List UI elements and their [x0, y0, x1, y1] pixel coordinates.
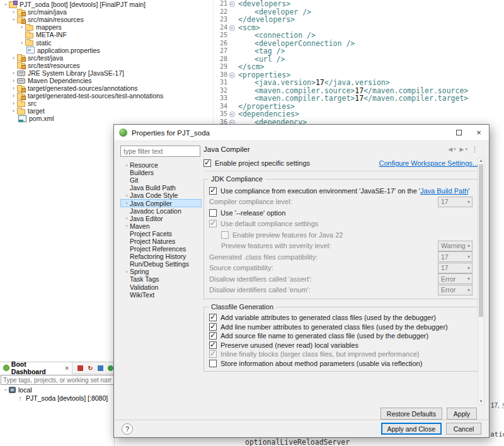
maximize-button[interactable]	[449, 125, 469, 140]
tab-boot-dashboard[interactable]: Boot Dashboard ×	[0, 362, 72, 374]
line-number: 35	[214, 110, 227, 118]
page-nav-icons: ◀▾ ▶▾ ⋮	[448, 146, 478, 154]
explorer-item[interactable]: ›Maven Dependencies	[0, 77, 213, 84]
scroll-down-icon[interactable]: ▾	[478, 399, 484, 404]
collapsed-arrow-icon[interactable]: ›	[10, 100, 17, 107]
back-menu-caret-icon[interactable]: ▾	[454, 147, 456, 152]
restart-icon[interactable]: ↻	[87, 365, 94, 372]
explorer-item[interactable]: META-INF	[0, 31, 213, 38]
close-button[interactable]: ×	[469, 125, 489, 140]
expanded-arrow-icon[interactable]: ›	[10, 16, 18, 23]
forward-menu-caret-icon[interactable]: ▾	[465, 147, 467, 152]
dashboard-item[interactable]: ›local	[0, 386, 114, 394]
explorer-item[interactable]: ›src/main/resources	[0, 16, 213, 23]
explorer-item[interactable]: ›JRE System Library [JavaSE-17]	[0, 69, 213, 77]
use-release-option-checkbox[interactable]	[209, 209, 217, 217]
nav-item-java-code-style[interactable]: ›Java Code Style	[120, 192, 202, 199]
classfile-option-checkbox[interactable]	[209, 314, 217, 321]
scrollbar-thumb[interactable]	[479, 164, 483, 317]
use-execution-environment-checkbox[interactable]	[209, 187, 217, 195]
collapsed-arrow-icon[interactable]: ›	[123, 193, 130, 198]
console-icon[interactable]	[97, 365, 104, 372]
nav-item-git[interactable]: Git	[120, 176, 202, 184]
explorer-item[interactable]: src/test/resources	[0, 62, 213, 69]
classfile-option-checkbox[interactable]	[209, 360, 217, 367]
collapsed-arrow-icon[interactable]: ›	[10, 54, 17, 62]
nav-item-project-natures[interactable]: Project Natures	[120, 237, 202, 245]
expanded-arrow-icon[interactable]: ›	[2, 386, 9, 393]
nav-item-project-facets[interactable]: Project Facets	[120, 230, 202, 237]
nav-item-wikitext[interactable]: WikiText	[120, 291, 202, 299]
collapsed-arrow-icon[interactable]: ›	[123, 163, 130, 168]
explorer-item[interactable]: ›target/generated-test-sources/test-anno…	[0, 92, 213, 100]
explorer-item[interactable]: ›src	[0, 100, 213, 107]
nav-item-javadoc-location[interactable]: Javadoc Location	[120, 207, 202, 215]
fold-spacer	[227, 47, 237, 55]
explorer-item[interactable]: pom.xml	[0, 115, 213, 122]
view-menu-icon[interactable]: ⋮	[471, 146, 478, 154]
collapsed-arrow-icon[interactable]: ›	[10, 8, 17, 16]
nav-item-java-compiler[interactable]: ›Java Compiler	[120, 199, 202, 207]
apply-and-close-button[interactable]: Apply and Close	[381, 423, 442, 435]
pom-xml-editor[interactable]: 21<developers>22<developer />23</develop…	[213, 0, 504, 125]
collapsed-arrow-icon[interactable]: ›	[10, 69, 17, 77]
nav-item-java-editor[interactable]: ›Java Editor	[120, 215, 202, 222]
help-button[interactable]: ?	[122, 423, 133, 435]
nav-item-project-references[interactable]: Project References	[120, 245, 202, 253]
fold-minus-icon[interactable]	[227, 0, 237, 8]
explorer-item[interactable]: ›static	[0, 38, 213, 46]
preference-filter-input[interactable]	[120, 146, 200, 157]
stop-icon[interactable]	[77, 365, 84, 372]
explorer-item[interactable]: application.properties	[0, 47, 213, 54]
back-arrow-icon[interactable]: ◀	[448, 146, 452, 152]
collapsed-arrow-icon[interactable]: ›	[123, 200, 130, 206]
fold-minus-icon[interactable]	[227, 71, 237, 79]
collapsed-arrow-icon[interactable]: ›	[10, 77, 17, 84]
dashboard-filter-input[interactable]	[1, 375, 114, 385]
dialog-scrollbar[interactable]: ▴ ▾	[478, 157, 484, 404]
nav-item-spring[interactable]: ›Spring	[120, 268, 202, 275]
collapsed-arrow-icon[interactable]: ›	[18, 23, 25, 31]
explorer-item[interactable]: ›PJT_soda [boot] [devtools] [FinalPJT ma…	[0, 1, 213, 8]
collapsed-arrow-icon[interactable]: ›	[123, 215, 130, 221]
fold-minus-icon[interactable]	[227, 110, 237, 118]
dialog-titlebar[interactable]: Properties for PJT_soda ×	[114, 125, 489, 141]
collapsed-arrow-icon[interactable]: ›	[10, 84, 17, 92]
explorer-item[interactable]: ›target/generated-sources/annotations	[0, 84, 213, 92]
cancel-button[interactable]: Cancel	[446, 423, 481, 435]
apply-button[interactable]: Apply	[447, 408, 477, 420]
nav-item-validation[interactable]: Validation	[120, 283, 202, 291]
classfile-option-checkbox[interactable]	[209, 332, 217, 340]
java-build-path-link[interactable]: Java Build Path	[420, 187, 468, 195]
restore-defaults-button[interactable]: Restore Defaults	[381, 408, 442, 420]
enable-project-settings-checkbox[interactable]	[203, 159, 211, 167]
fold-minus-icon[interactable]	[227, 24, 237, 32]
enable-project-settings-label: Enable project specific settings	[215, 159, 310, 167]
nav-item-refactoring-history[interactable]: Refactoring History	[120, 253, 202, 260]
classfile-option-checkbox[interactable]	[209, 323, 217, 331]
forward-arrow-icon[interactable]: ▶	[460, 146, 464, 152]
dashboard-item[interactable]: ↑PJT_soda [devtools] [:8080]	[0, 394, 114, 403]
nav-item-resource[interactable]: ›Resource	[120, 161, 202, 169]
collapsed-arrow-icon[interactable]: ›	[18, 39, 25, 47]
collapsed-arrow-icon[interactable]: ›	[123, 223, 130, 229]
collapsed-arrow-icon[interactable]: ›	[10, 92, 17, 100]
collapsed-arrow-icon[interactable]: ›	[123, 269, 130, 275]
tab-label: Boot Dashboard	[11, 360, 62, 375]
nav-item-run-debug-settings[interactable]: Run/Debug Settings	[120, 260, 202, 268]
explorer-item[interactable]: ›src/main/java	[0, 8, 213, 16]
nav-item-maven[interactable]: ›Maven	[120, 222, 202, 230]
propsfile-icon	[26, 47, 35, 54]
explorer-item[interactable]: ›target	[0, 107, 213, 115]
nav-item-builders[interactable]: Builders	[120, 169, 202, 176]
configure-workspace-link[interactable]: Configure Workspace Settings...	[379, 159, 478, 167]
nav-item-java-build-path[interactable]: Java Build Path	[120, 184, 202, 192]
explorer-item[interactable]: ›mappers	[0, 23, 213, 31]
scroll-up-icon[interactable]: ▴	[478, 158, 484, 163]
close-view-icon[interactable]: ×	[65, 365, 69, 372]
nav-item-task-tags[interactable]: Task Tags	[120, 275, 202, 283]
explorer-item[interactable]: ›src/test/java	[0, 54, 213, 62]
classfile-option-checkbox[interactable]	[209, 341, 217, 349]
expanded-arrow-icon[interactable]: ›	[2, 1, 9, 8]
collapsed-arrow-icon[interactable]: ›	[10, 107, 17, 115]
